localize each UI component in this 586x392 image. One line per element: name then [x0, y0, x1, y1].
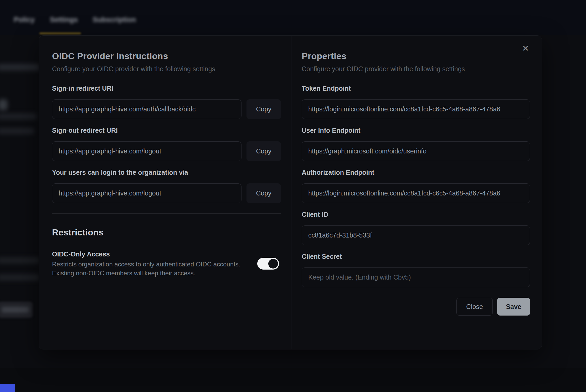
background-text-blur — [0, 274, 39, 281]
properties-subtitle: Configure your OIDC provider with the fo… — [302, 65, 530, 73]
login-via-label: Your users can login to the organization… — [52, 168, 281, 177]
background-button-blur — [0, 302, 33, 318]
modal-footer-buttons: Close Save — [302, 298, 530, 316]
login-via-input[interactable] — [52, 183, 241, 203]
copy-login-via-button[interactable]: Copy — [246, 183, 281, 203]
active-tab-underline — [39, 33, 81, 34]
description-line-2: Existing non-OIDC members will keep thei… — [52, 270, 196, 277]
userinfo-endpoint-input[interactable] — [302, 141, 530, 161]
token-endpoint-input[interactable] — [302, 99, 530, 119]
client-id-input[interactable] — [302, 225, 530, 245]
page-top-band — [0, 0, 586, 35]
tab-settings[interactable]: Settings — [50, 16, 78, 24]
instructions-subtitle: Configure your OIDC provider with the fo… — [52, 65, 281, 73]
properties-column: Properties Configure your OIDC provider … — [302, 36, 530, 316]
save-button[interactable]: Save — [497, 298, 530, 316]
signin-redirect-input[interactable] — [52, 99, 241, 119]
bottom-left-accent — [0, 384, 15, 392]
authorization-endpoint-label: Authorization Endpoint — [302, 168, 530, 177]
properties-title: Properties — [302, 51, 530, 61]
signout-redirect-input[interactable] — [52, 141, 241, 161]
oidc-only-access-label: OIDC-Only Access — [52, 250, 249, 258]
background-text-blur — [0, 99, 7, 110]
close-button[interactable]: Close — [456, 298, 493, 316]
client-id-label: Client ID — [302, 210, 530, 219]
client-secret-input[interactable] — [302, 267, 530, 287]
toggle-knob — [268, 259, 278, 269]
description-line-1: Restricts organization access to only au… — [52, 261, 240, 268]
authorization-endpoint-input[interactable] — [302, 183, 530, 203]
oidc-only-access-row: OIDC-Only Access Restricts organization … — [52, 250, 281, 278]
background-text-blur — [0, 64, 39, 71]
background-text-blur — [0, 257, 39, 263]
oidc-settings-modal: ✕ OIDC Provider Instructions Configure y… — [39, 35, 542, 349]
signin-redirect-label: Sign-in redirect URI — [52, 84, 281, 92]
section-divider — [52, 213, 281, 214]
copy-signout-button[interactable]: Copy — [246, 141, 281, 161]
instructions-title: OIDC Provider Instructions — [52, 51, 281, 61]
oidc-only-access-toggle[interactable] — [257, 258, 279, 270]
client-secret-label: Client Secret — [302, 252, 530, 261]
modal-column-divider — [291, 36, 291, 349]
oidc-only-access-description: Restricts organization access to only au… — [52, 260, 249, 278]
tab-subscription[interactable]: Subscription — [92, 16, 136, 24]
background-text-blur — [0, 114, 37, 119]
background-text-blur — [0, 128, 34, 134]
oidc-instructions-column: OIDC Provider Instructions Configure you… — [52, 36, 281, 278]
restrictions-heading: Restrictions — [52, 227, 281, 238]
signout-redirect-label: Sign-out redirect URI — [52, 126, 281, 135]
copy-signin-button[interactable]: Copy — [246, 99, 281, 119]
userinfo-endpoint-label: User Info Endpoint — [302, 126, 530, 135]
tab-policy[interactable]: Policy — [14, 16, 35, 24]
token-endpoint-label: Token Endpoint — [302, 84, 530, 92]
page-bottom-band — [0, 368, 586, 392]
